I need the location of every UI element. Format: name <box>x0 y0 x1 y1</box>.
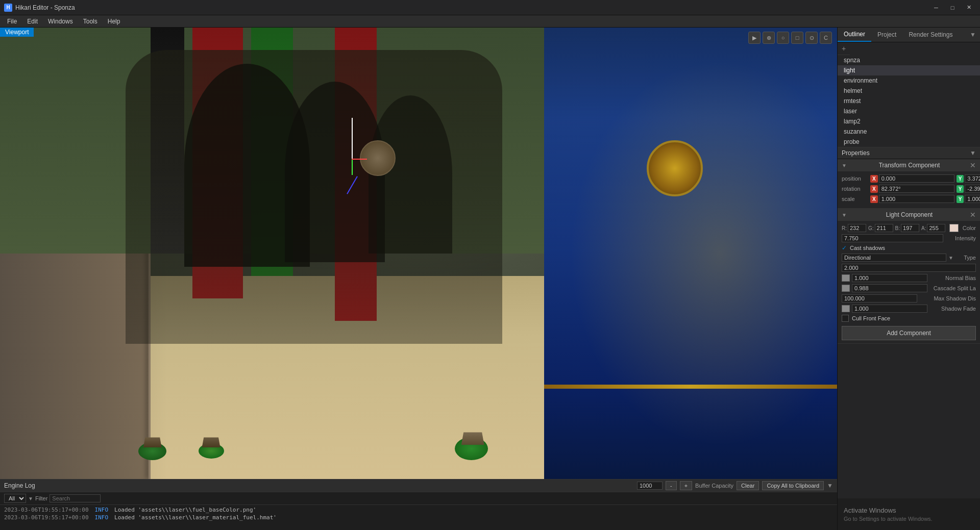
light-collapse-icon: ▼ <box>842 212 847 218</box>
outliner-item-light[interactable]: light <box>838 65 980 75</box>
clear-btn[interactable]: Clear <box>737 481 759 490</box>
outliner-add-btn[interactable]: + <box>838 42 850 55</box>
light-close-btn[interactable]: ✕ <box>970 211 976 219</box>
cull-front-face-row: Cull Front Face <box>842 315 976 322</box>
ry-prefix: Y <box>957 185 964 193</box>
light-component-body: R: G: B: A: <box>838 221 980 343</box>
log-timestamp-2: 2023-03-06T19:55:17+00:00 <box>4 514 89 521</box>
normal-bias-label: Normal Bias <box>929 275 976 281</box>
log-level-1: INFO <box>95 507 109 513</box>
position-y-field: Y <box>957 174 980 183</box>
transform-gizmo <box>352 118 382 159</box>
light-component-header[interactable]: ▼ Light Component ✕ <box>838 209 980 221</box>
log-collapse-icon[interactable]: ▼ <box>827 482 833 489</box>
outliner-item-probe[interactable]: probe <box>838 137 980 147</box>
intensity-input[interactable] <box>842 234 943 242</box>
viewport-toolbar: ▶ ⊕ ○ □ ⊙ C <box>748 32 832 44</box>
light-type-dropdown-icon[interactable]: ▼ <box>948 255 953 261</box>
shadow-fade-input[interactable] <box>852 305 927 313</box>
menu-windows[interactable]: Windows <box>43 17 78 26</box>
a-field: A: <box>921 224 945 232</box>
max-shadow-label: Max Shadow Dis <box>919 295 976 301</box>
camera-tool-btn[interactable]: C <box>820 32 832 44</box>
menu-edit[interactable]: Edit <box>22 17 43 26</box>
cast-shadows-label: Cast shadows <box>850 245 885 251</box>
r-input[interactable] <box>848 224 866 232</box>
light-type-input[interactable] <box>842 254 946 262</box>
g-input[interactable] <box>875 224 893 232</box>
maximize-button[interactable]: □ <box>945 3 960 13</box>
rotate-tool-btn[interactable]: ○ <box>777 32 789 44</box>
close-button[interactable]: ✕ <box>962 3 976 13</box>
b-input[interactable] <box>901 224 919 232</box>
buffer-minus-btn[interactable]: - <box>666 481 677 490</box>
position-y-input[interactable] <box>965 174 980 183</box>
normal-bias-row: Normal Bias <box>842 274 976 282</box>
outliner-item-suzanne[interactable]: suzanne <box>838 127 980 137</box>
outliner-item-helmet[interactable]: helmet <box>838 86 980 96</box>
activate-windows-panel: Activate Windows Go to Settings to activ… <box>838 498 980 530</box>
normal-bias-input[interactable] <box>852 274 927 282</box>
intensity-label: Intensity <box>945 235 976 241</box>
rotation-x-field: X <box>870 185 954 193</box>
filter-label: Filter <box>35 495 47 501</box>
outliner-item-rmtest[interactable]: rmtest <box>838 96 980 106</box>
tab-outliner[interactable]: Outliner <box>838 28 871 42</box>
shadow-fade-label: Shadow Fade <box>929 306 976 312</box>
buffer-capacity-label: Buffer Capacity <box>695 483 733 489</box>
add-component-btn[interactable]: Add Component <box>842 326 976 340</box>
minimize-button[interactable]: ─ <box>929 3 943 13</box>
cull-front-face-checkbox[interactable] <box>842 315 849 322</box>
move-tool-btn[interactable]: ⊕ <box>763 32 775 44</box>
rotation-x-input[interactable] <box>879 185 954 193</box>
cascade-label: Cascade Split La <box>929 285 976 291</box>
a-input[interactable] <box>927 224 945 232</box>
viewport-area[interactable]: Viewport <box>0 28 837 479</box>
cascade-split-row: Cascade Split La <box>842 284 976 292</box>
transform-component-header[interactable]: ▼ Transform Component ✕ <box>838 159 980 171</box>
r-field: R: <box>842 224 866 232</box>
panel-filter-icon[interactable]: ▼ <box>966 29 980 40</box>
cascade-input[interactable] <box>852 284 927 292</box>
properties-panel: Properties ▼ ▼ Transform Component ✕ pos… <box>838 147 980 344</box>
select-tool-btn[interactable]: ▶ <box>748 32 761 44</box>
menu-file[interactable]: File <box>2 17 22 26</box>
position-x-input[interactable] <box>879 174 954 183</box>
outliner-item-spnza[interactable]: spnza <box>838 55 980 65</box>
transform-close-btn[interactable]: ✕ <box>970 161 976 169</box>
filter-level-select[interactable]: All <box>4 494 26 503</box>
light-component-title: Light Component <box>886 211 933 218</box>
gizmo-white-line <box>352 118 353 159</box>
cast-shadows-checkbox[interactable]: ✓ <box>842 244 847 251</box>
gizmo-x-axis <box>352 159 367 160</box>
buffer-input[interactable] <box>637 482 663 490</box>
properties-filter-icon[interactable]: ▼ <box>970 149 976 157</box>
scale-y-input[interactable] <box>965 195 980 203</box>
outliner-item-lamp2[interactable]: lamp2 <box>838 116 980 127</box>
log-row: 2023-03-06T19:55:17+00:00 INFO Loaded 'a… <box>4 506 833 514</box>
menu-tools[interactable]: Tools <box>78 17 103 26</box>
filter-search-input[interactable] <box>50 494 101 502</box>
scale-label: scale <box>842 196 868 202</box>
menu-bar: File Edit Windows Tools Help <box>0 15 980 28</box>
log-filter-bar: All ▼ Filter <box>0 492 837 505</box>
scale-tool-btn[interactable]: □ <box>791 32 803 44</box>
scale-x-input[interactable] <box>879 195 954 203</box>
outliner-item-laser[interactable]: laser <box>838 106 980 116</box>
buffer-plus-btn[interactable]: + <box>680 481 692 490</box>
rotation-y-input[interactable] <box>965 185 980 193</box>
tab-render-settings[interactable]: Render Settings <box>902 28 959 41</box>
menu-help[interactable]: Help <box>103 17 126 26</box>
outliner-content: + spnza light environment helmet rmtest … <box>838 42 980 147</box>
shadow-depth-input[interactable] <box>842 264 976 272</box>
outliner-item-environment[interactable]: environment <box>838 75 980 86</box>
viewport-tab: Viewport <box>0 28 34 37</box>
tab-project[interactable]: Project <box>871 28 902 41</box>
copy-all-btn[interactable]: Copy All to Clipboard <box>762 481 824 490</box>
light-type-row: ▼ Type <box>842 254 976 262</box>
log-controls: - + Buffer Capacity Clear Copy All to Cl… <box>637 481 833 490</box>
color-swatch[interactable] <box>949 224 958 232</box>
activate-windows-title: Activate Windows <box>844 507 974 514</box>
view-tool-btn[interactable]: ⊙ <box>805 32 818 44</box>
max-shadow-input[interactable] <box>842 294 917 302</box>
